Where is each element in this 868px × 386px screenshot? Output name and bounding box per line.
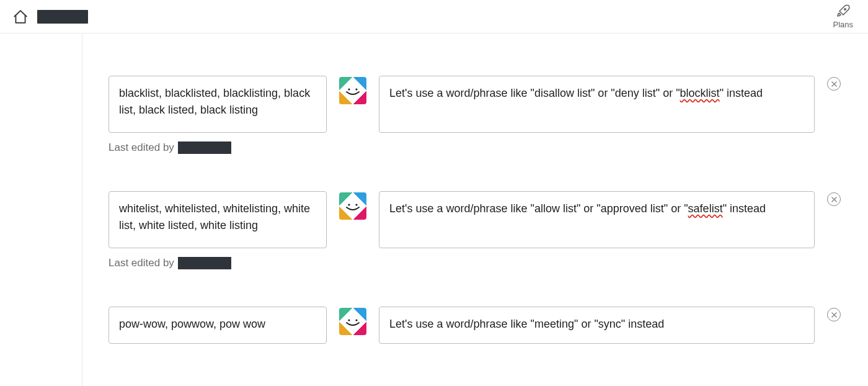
rule-row: whitelist, whitelisted, whitelisting, wh…	[108, 191, 843, 269]
rule-main: pow-wow, powwow, pow wowLet's use a word…	[108, 307, 843, 344]
delete-rule-button[interactable]	[827, 77, 841, 91]
response-text: " instead	[720, 87, 763, 99]
rules-list: blacklist, blacklisted, blacklisting, bl…	[108, 76, 843, 344]
delete-col	[827, 76, 843, 133]
response-text: Let's use a word/phrase like "allow list…	[389, 202, 688, 215]
last-edited-label: Last edited by	[108, 141, 174, 154]
svg-point-2	[348, 88, 350, 90]
svg-point-8	[348, 319, 350, 321]
rocket-icon	[836, 4, 851, 19]
plans-button[interactable]: Plans	[833, 4, 853, 29]
home-icon[interactable]	[12, 9, 29, 25]
slackbot-avatar-icon	[339, 77, 366, 104]
spellcheck-squiggle: safelist	[688, 202, 723, 215]
content: blacklist, blacklisted, blacklisting, bl…	[82, 34, 868, 386]
svg-point-6	[355, 204, 357, 205]
header-left	[12, 9, 88, 25]
trigger-input[interactable]: whitelist, whitelisted, whitelisting, wh…	[108, 191, 327, 248]
svg-point-0	[844, 9, 846, 10]
editor-name-redacted	[178, 141, 231, 154]
bot-avatar-col	[339, 191, 366, 248]
last-edited-meta: Last edited by	[108, 141, 843, 154]
header: Plans	[0, 0, 868, 34]
svg-point-3	[355, 88, 357, 90]
response-text: Let's use a word/phrase like "disallow l…	[389, 87, 680, 99]
delete-rule-button[interactable]	[827, 308, 841, 321]
response-input[interactable]: Let's use a word/phrase like "disallow l…	[379, 76, 815, 133]
workspace-name-redacted[interactable]	[37, 10, 88, 24]
sidebar	[0, 34, 82, 386]
trigger-input[interactable]: blacklist, blacklisted, blacklisting, bl…	[108, 76, 327, 133]
plans-label: Plans	[833, 20, 853, 29]
rule-row: blacklist, blacklisted, blacklisting, bl…	[108, 76, 843, 154]
editor-name-redacted	[178, 257, 231, 269]
bot-avatar-col	[339, 76, 366, 133]
slackbot-avatar-icon	[339, 192, 366, 220]
svg-point-1	[344, 86, 361, 97]
svg-point-5	[348, 204, 350, 205]
rule-main: blacklist, blacklisted, blacklisting, bl…	[108, 76, 843, 133]
svg-point-7	[344, 317, 361, 328]
response-input[interactable]: Let's use a word/phrase like "allow list…	[379, 191, 815, 248]
bot-avatar-col	[339, 307, 366, 344]
rule-main: whitelist, whitelisted, whitelisting, wh…	[108, 191, 843, 248]
last-edited-meta: Last edited by	[108, 257, 843, 269]
last-edited-label: Last edited by	[108, 257, 174, 269]
slackbot-avatar-icon	[339, 308, 366, 335]
spellcheck-squiggle: blocklist	[680, 87, 720, 99]
svg-point-4	[344, 202, 361, 213]
response-text: Let's use a word/phrase like "meeting" o…	[389, 318, 664, 330]
response-text: " instead	[723, 202, 766, 215]
delete-col	[827, 191, 843, 248]
delete-rule-button[interactable]	[827, 192, 841, 206]
trigger-input[interactable]: pow-wow, powwow, pow wow	[108, 307, 327, 344]
rule-row: pow-wow, powwow, pow wowLet's use a word…	[108, 307, 843, 344]
body: blacklist, blacklisted, blacklisting, bl…	[0, 34, 868, 386]
svg-point-9	[355, 319, 357, 321]
delete-col	[827, 307, 843, 344]
response-input[interactable]: Let's use a word/phrase like "meeting" o…	[379, 307, 815, 344]
